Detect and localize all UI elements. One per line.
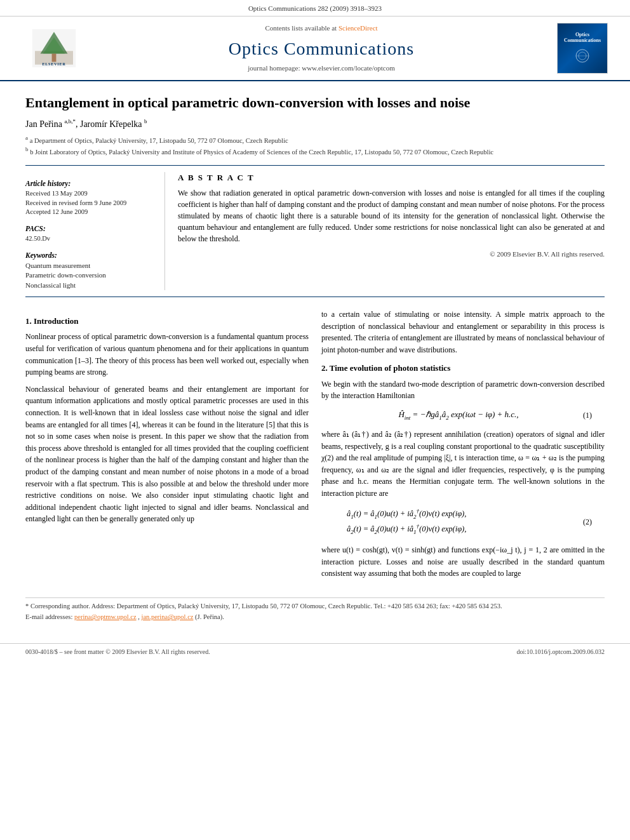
top-header: Optics Communications 282 (2009) 3918–39… — [0, 0, 630, 17]
svg-rect-4 — [52, 54, 57, 62]
journal-cover: OpticsCommunications — [557, 23, 608, 74]
equation-2-block: â1(t) = â1(0)u(t) + iâ2†(0)v(t) exp(iφ),… — [334, 506, 592, 538]
journal-banner: ELSEVIER Contents lists available at Sci… — [0, 17, 630, 81]
page-wrapper: Optics Communications 282 (2009) 3918–39… — [0, 0, 630, 660]
footnote-area: * Corresponding author. Address: Departm… — [25, 597, 605, 622]
journal-homepage: journal homepage: www.elsevier.com/locat… — [95, 63, 547, 73]
section1-cont: to a certain value of stimulating or noi… — [321, 309, 605, 356]
email-1-link[interactable]: perina@optmw.upol.cz — [74, 613, 137, 620]
section1-para1: Nonlinear process of optical parametric … — [25, 331, 309, 378]
equation-1-block: Ĥint = −ℏgâ1â2 exp(iωt − iφ) + h.c., (1) — [334, 408, 592, 422]
equation-2-content: â1(t) = â1(0)u(t) + iâ2†(0)v(t) exp(iφ),… — [334, 506, 583, 538]
main-body: 1. Introduction Nonlinear process of opt… — [25, 309, 605, 585]
affiliations: a a Department of Optics, Palacký Univer… — [25, 134, 605, 157]
authors: Jan Peřina a,b,*, Jaromír Křepelka b — [25, 117, 605, 130]
section1-title: 1. Introduction — [25, 315, 309, 328]
received-revised: Received in revised form 9 June 2009 — [25, 199, 154, 208]
affiliation-a: a a Department of Optics, Palacký Univer… — [25, 134, 605, 145]
equation-1-content: Ĥint = −ℏgâ1â2 exp(iωt − iφ) + h.c., — [334, 408, 583, 422]
banner-right: OpticsCommunications — [547, 23, 617, 74]
sciencedirect-line: Contents lists available at ScienceDirec… — [95, 23, 547, 33]
footer-doi: doi:10.1016/j.optcom.2009.06.032 — [516, 648, 605, 657]
sciencedirect-link[interactable]: ScienceDirect — [338, 24, 378, 32]
article-container: Entanglement in optical parametric down-… — [0, 81, 630, 637]
footnote-star: * Corresponding author. Address: Departm… — [25, 602, 605, 611]
article-title: Entanglement in optical parametric down-… — [25, 94, 605, 112]
keywords-section: Keywords: Quantum measurement Parametric… — [25, 250, 154, 290]
abstract-text: We show that radiation generated in opti… — [178, 187, 605, 244]
page-footer: 0030-4018/$ – see front matter © 2009 El… — [0, 643, 630, 660]
pacs-label: PACS: — [25, 223, 154, 234]
section2-para3: where u(t) = cosh(gt), v(t) = sinh(gt) a… — [321, 544, 605, 580]
pacs-section: PACS: 42.50.Dv — [25, 223, 154, 244]
equation-2-number: (2) — [583, 516, 592, 528]
section2-para1: We begin with the standard two-mode desc… — [321, 378, 605, 402]
info-section: Article history: Received 13 May 2009 Re… — [25, 165, 605, 297]
journal-cover-title: OpticsCommunications — [564, 32, 601, 44]
affiliation-b: b b Joint Laboratory of Optics, Palacký … — [25, 145, 605, 157]
email-label: E-mail addresses: — [25, 613, 74, 620]
abstract-section: A B S T R A C T We show that radiation g… — [165, 172, 605, 290]
article-info: Article history: Received 13 May 2009 Re… — [25, 172, 165, 290]
keyword-3: Nonclassical light — [25, 281, 154, 290]
equation-2a-text: â1(t) = â1(0)u(t) + iâ2†(0)v(t) exp(iφ), — [347, 507, 583, 521]
keywords-label: Keywords: — [25, 250, 154, 260]
email-2-link[interactable]: jan.perina@upol.cz — [142, 613, 194, 620]
keyword-1: Quantum measurement — [25, 261, 154, 270]
author-names: Jan Peřina a,b,*, Jaromír Křepelka b — [25, 119, 147, 129]
accepted-date: Accepted 12 June 2009 — [25, 208, 154, 217]
equation-1-text: Ĥint = −ℏgâ1â2 exp(iωt − iφ) + h.c., — [398, 410, 518, 419]
equation-2b-text: â2(t) = â2(0)u(t) + iâ1†(0)v(t) exp(iφ), — [347, 523, 583, 537]
section1-para2: Nonclassical behaviour of generated beam… — [25, 383, 309, 525]
received-date-1: Received 13 May 2009 — [25, 189, 154, 199]
equation-1-number: (1) — [583, 410, 592, 421]
section2-para2: where â₁ (â₁†) and â₂ (â₂†) represent an… — [321, 429, 605, 500]
copyright-line: © 2009 Elsevier B.V. All rights reserved… — [178, 250, 605, 259]
col-left: 1. Introduction Nonlinear process of opt… — [25, 309, 309, 585]
abstract-title: A B S T R A C T — [178, 172, 605, 183]
footnote-email: E-mail addresses: perina@optmw.upol.cz ,… — [25, 613, 605, 622]
cover-decoration-icon — [566, 46, 598, 65]
email-suffix: (J. Peřina). — [195, 613, 224, 620]
banner-left: ELSEVIER — [13, 29, 95, 67]
elsevier-logo: ELSEVIER — [29, 29, 79, 67]
col-right: to a certain value of stimulating or noi… — [321, 309, 605, 585]
banner-center: Contents lists available at ScienceDirec… — [95, 23, 547, 73]
section2-title: 2. Time evolution of photon statistics — [321, 362, 605, 375]
pacs-value: 42.50.Dv — [25, 234, 154, 244]
history-label: Article history: — [25, 178, 154, 189]
footer-copyright: 0030-4018/$ – see front matter © 2009 El… — [25, 648, 210, 657]
elsevier-tree-icon: ELSEVIER — [29, 29, 79, 67]
journal-citation: Optics Communications 282 (2009) 3918–39… — [248, 4, 382, 12]
keyword-2: Parametric down-conversion — [25, 270, 154, 280]
svg-text:ELSEVIER: ELSEVIER — [42, 63, 65, 67]
journal-title-banner: Optics Communications — [95, 36, 547, 61]
